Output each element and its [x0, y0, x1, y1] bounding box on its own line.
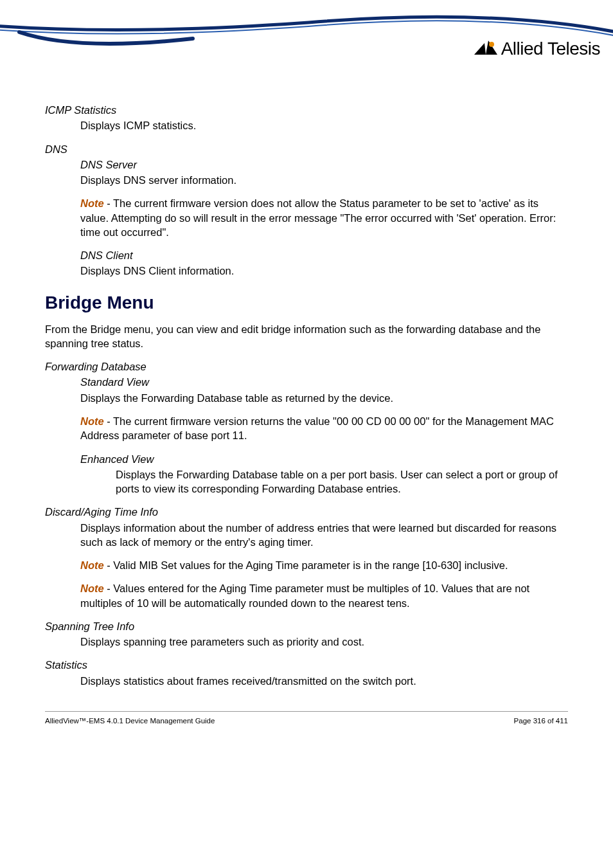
dns-note: Note - The current firmware version does…	[80, 196, 568, 239]
header-graphics: Allied Telesis	[0, 0, 613, 74]
fdb-note: Note - The current firmware version retu…	[80, 414, 568, 443]
page-footer: AlliedView™-EMS 4.0.1 Device Management …	[45, 717, 568, 725]
brand-logo-text: Allied Telesis	[501, 39, 600, 59]
dns-server-title: DNS Server	[80, 158, 568, 172]
dns-title: DNS	[45, 142, 568, 156]
icmp-statistics-desc: Displays ICMP statistics.	[80, 118, 568, 132]
spanning-tree-title: Spanning Tree Info	[45, 619, 568, 633]
dns-note-text: - The current firmware version does not …	[80, 197, 556, 238]
fdb-note-text: - The current firmware version returns t…	[80, 415, 554, 441]
statistics-desc: Displays statistics about frames receive…	[80, 674, 568, 688]
discard-note-1: Note - Valid MIB Set values for the Agin…	[80, 558, 568, 572]
fdb-standard-view-title: Standard View	[80, 375, 568, 389]
discard-note-2-text: - Values entered for the Aging Time para…	[80, 583, 529, 608]
note-label: Note	[80, 583, 104, 594]
discard-note-2: Note - Values entered for the Aging Time…	[80, 581, 568, 610]
note-label: Note	[80, 415, 104, 427]
svg-point-2	[489, 42, 494, 47]
forwarding-database-title: Forwarding Database	[45, 359, 568, 374]
icmp-statistics-title: ICMP Statistics	[45, 103, 568, 117]
brand-logo: Allied Telesis	[474, 39, 600, 59]
note-label: Note	[80, 197, 104, 209]
dns-client-desc: Displays DNS Client information.	[80, 264, 568, 278]
discard-note-1-text: - Valid MIB Set values for the Aging Tim…	[104, 559, 508, 571]
footer-left: AlliedView™-EMS 4.0.1 Device Management …	[45, 717, 215, 725]
svg-marker-0	[474, 43, 486, 55]
statistics-title: Statistics	[45, 658, 568, 672]
spanning-tree-desc: Displays spanning tree parameters such a…	[80, 635, 568, 649]
discard-aging-desc: Displays information about the number of…	[80, 521, 568, 550]
fdb-enhanced-view-title: Enhanced View	[80, 452, 568, 466]
bridge-menu-intro: From the Bridge menu, you can view and e…	[45, 322, 568, 351]
dns-server-desc: Displays DNS server information.	[80, 173, 568, 187]
fdb-standard-view-desc: Displays the Forwarding Database table a…	[80, 391, 568, 405]
discard-aging-title: Discard/Aging Time Info	[45, 505, 568, 519]
footer-separator	[45, 711, 568, 712]
note-label: Note	[80, 559, 104, 571]
dns-client-title: DNS Client	[80, 248, 568, 262]
footer-right: Page 316 of 411	[514, 717, 568, 725]
fdb-enhanced-view-desc: Displays the Forwarding Database table o…	[116, 467, 568, 496]
bridge-menu-heading: Bridge Menu	[45, 293, 568, 313]
